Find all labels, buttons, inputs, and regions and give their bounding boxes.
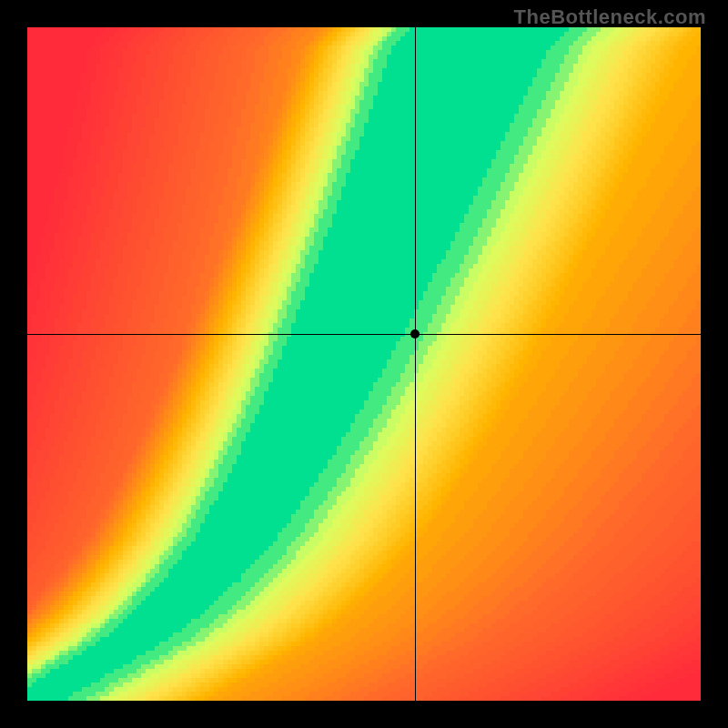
heatmap-plot — [27, 27, 701, 701]
crosshair-horizontal — [27, 334, 701, 335]
crosshair-marker — [410, 329, 420, 339]
chart-container: TheBottleneck.com — [0, 0, 728, 728]
crosshair-vertical — [415, 27, 416, 701]
watermark: TheBottleneck.com — [514, 5, 706, 29]
heatmap-canvas — [27, 27, 701, 701]
